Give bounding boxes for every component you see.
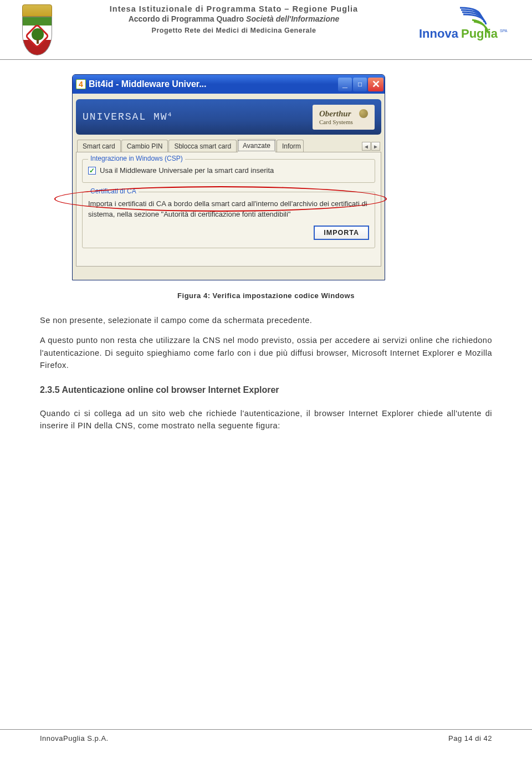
- globe-icon: [359, 109, 368, 118]
- body-text-2: Quando ci si collega ad un sito web che …: [40, 407, 492, 432]
- importa-button[interactable]: IMPORTA: [314, 226, 369, 240]
- group-csp-legend: Integrazione in Windows (CSP): [88, 155, 185, 162]
- svg-text:Innova: Innova: [419, 27, 459, 40]
- minimize-button[interactable]: _: [338, 78, 352, 91]
- checkbox-use-middleware[interactable]: ✓ Usa il Middleware Universale per la sm…: [88, 166, 369, 175]
- tab-pane-avanzate: Integrazione in Windows (CSP) ✓ Usa il M…: [76, 152, 381, 267]
- header-line-2: Accordo di Programma Quadro Società dell…: [57, 14, 411, 23]
- tab-scroll-right-icon[interactable]: ►: [371, 142, 380, 151]
- paragraph-2: A questo punto non resta che utilizzare …: [40, 334, 492, 371]
- brand-left: UNIVERSAL MW4: [83, 111, 172, 122]
- tab-scroll-left-icon[interactable]: ◄: [362, 142, 371, 151]
- close-button[interactable]: ✕: [368, 78, 383, 91]
- paragraph-3: Quando ci si collega ad un sito web che …: [40, 407, 492, 432]
- body-text-1: Se non presente, selezionate il campo co…: [40, 314, 492, 372]
- tab-cambio-pin[interactable]: Cambio PIN: [121, 140, 168, 152]
- app-window: 4 Bit4id - Middleware Univer... _ □ ✕ UN…: [72, 74, 385, 280]
- titlebar: 4 Bit4id - Middleware Univer... _ □ ✕: [73, 75, 385, 94]
- checkmark-icon: ✓: [88, 167, 96, 175]
- svg-text:Puglia: Puglia: [461, 27, 498, 40]
- app-icon: 4: [76, 79, 86, 89]
- window-title: Bit4id - Middleware Univer...: [89, 79, 207, 89]
- svg-text:SPA: SPA: [500, 29, 508, 33]
- group-ca-legend: Certificati di CA: [88, 187, 139, 195]
- screenshot-figure: 4 Bit4id - Middleware Univer... _ □ ✕ UN…: [72, 74, 385, 280]
- maximize-button[interactable]: □: [353, 78, 367, 91]
- brand-banner: UNIVERSAL MW4 Oberthur Card Systems: [76, 99, 381, 135]
- footer-left: InnovaPuglia S.p.A.: [40, 734, 109, 742]
- tab-sblocca[interactable]: Sblocca smart card: [168, 140, 237, 152]
- tab-avanzate[interactable]: Avanzate: [237, 139, 276, 152]
- group-ca-text: Importa i certificati di CA a bordo dell…: [88, 199, 369, 220]
- figure-caption: Figura 4: Verifica impostazione codice W…: [0, 291, 532, 300]
- tab-smart-card[interactable]: Smart card: [77, 140, 121, 152]
- footer-right: Pag 14 di 42: [448, 734, 492, 742]
- group-csp: Integrazione in Windows (CSP) ✓ Usa il M…: [82, 159, 375, 183]
- section-heading: 2.3.5 Autenticazione online col browser …: [40, 385, 492, 395]
- paragraph-1: Se non presente, selezionate il campo co…: [40, 314, 492, 326]
- tab-bar: Smart card Cambio PIN Sblocca smart card…: [76, 139, 381, 152]
- header-line-1: Intesa Istituzionale di Programma Stato …: [57, 4, 411, 13]
- page-footer: InnovaPuglia S.p.A. Pag 14 di 42: [0, 729, 532, 742]
- header-line-3: Progetto Rete dei Medici di Medicina Gen…: [57, 27, 411, 34]
- region-crest-icon: [22, 4, 52, 57]
- checkbox-label: Usa il Middleware Universale per la smar…: [100, 166, 274, 175]
- innovapuglia-logo: Innova Puglia SPA: [416, 4, 510, 47]
- group-ca: Certificati di CA Importa i certificati …: [82, 192, 375, 248]
- brand-right: Oberthur Card Systems: [313, 105, 375, 130]
- tab-scroll: ◄ ►: [361, 141, 381, 152]
- page-header: Intesa Istituzionale di Programma Stato …: [0, 0, 532, 60]
- tab-inform[interactable]: Inform: [277, 140, 304, 152]
- header-titles: Intesa Istituzionale di Programma Stato …: [52, 4, 416, 34]
